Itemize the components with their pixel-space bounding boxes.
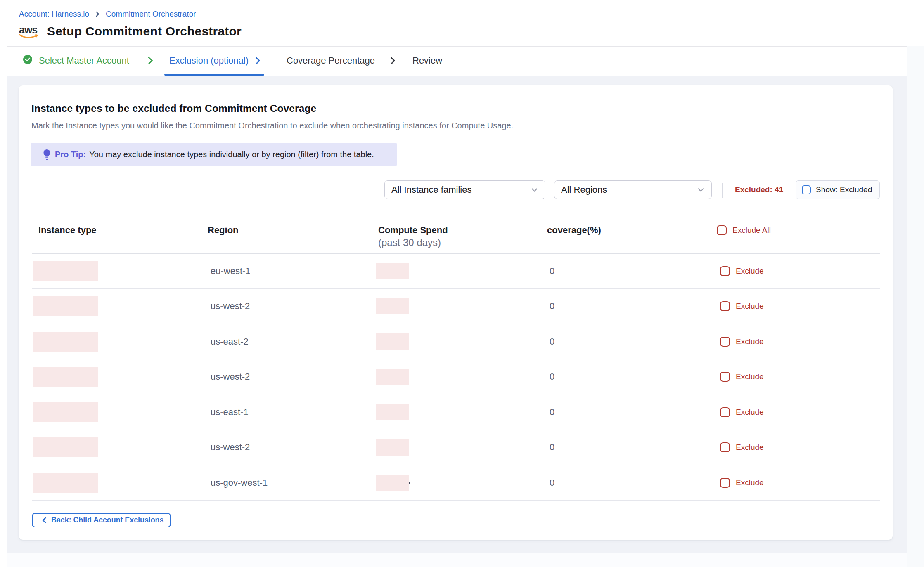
row-exclude-checkbox[interactable] (720, 301, 730, 311)
region-cell: us-east-1 (211, 395, 249, 430)
regions-value: All Regions (561, 184, 607, 195)
step-chevron-3-icon (389, 57, 397, 65)
regions-dropdown[interactable]: All Regions (554, 180, 712, 199)
show-excluded-checkbox[interactable] (802, 185, 811, 194)
chevron-down-icon (531, 187, 538, 194)
coverage-cell: 0 (550, 430, 554, 465)
excluded-count: Excluded: 41 (735, 180, 783, 199)
breadcrumb: Account: Harness.io Commitment Orchestra… (19, 9, 196, 19)
exclude-all-control[interactable]: Exclude All (717, 225, 771, 235)
instance-type-redacted-value (33, 332, 98, 352)
svg-text:aws: aws (19, 24, 37, 35)
coverage-cell: 0 (550, 395, 554, 430)
bottom-strip (7, 553, 907, 567)
row-exclude-checkbox[interactable] (720, 478, 730, 488)
row-exclude-label: Exclude (736, 267, 764, 276)
row-exclude-checkbox[interactable] (720, 372, 730, 382)
compute-spend-redacted-value (376, 439, 409, 456)
row-exclude-label: Exclude (736, 302, 764, 311)
card-subtext: Mark the Instance types you would like t… (31, 121, 513, 130)
row-exclude-checkbox[interactable] (720, 266, 730, 276)
card-heading: Instance types to be excluded from Commi… (31, 103, 316, 114)
protip-label: Pro Tip: (55, 150, 86, 159)
row-exclude-checkbox[interactable] (720, 407, 730, 417)
breadcrumb-commitment-orchestrator-link[interactable]: Commitment Orchestrator (106, 9, 196, 19)
instance-families-value: All Instance families (391, 184, 471, 195)
coverage-cell: 0 (550, 359, 554, 395)
instance-type-redacted-value (33, 367, 98, 387)
row-exclude-control[interactable]: Exclude (720, 359, 764, 395)
step-select-master-account[interactable]: Select Master Account (39, 47, 129, 74)
breadcrumb-separator-icon (95, 11, 100, 17)
protip-text: You may exclude instance types individua… (89, 150, 374, 159)
coverage-cell: 0 (550, 324, 554, 359)
step-chevron-1-icon (146, 57, 154, 65)
row-exclude-control[interactable]: Exclude (720, 430, 764, 465)
compute-spend-redacted-value (376, 475, 409, 491)
row-exclude-checkbox[interactable] (720, 442, 730, 452)
compute-spend-redacted-value (376, 333, 409, 350)
back-button-label: Back: Child Account Exclusions (51, 516, 163, 524)
coverage-cell: 0 (550, 465, 554, 501)
coverage-cell: 0 (550, 254, 554, 289)
row-exclude-label: Exclude (736, 408, 764, 417)
filter-divider (722, 183, 723, 198)
region-cell: us-west-2 (211, 289, 250, 324)
exclusion-card: Instance types to be excluded from Commi… (19, 85, 893, 540)
row-exclude-label: Exclude (736, 478, 764, 487)
back-button[interactable]: Back: Child Account Exclusions (32, 513, 171, 527)
aws-logo-icon: aws (19, 24, 39, 39)
compute-spend-redacted-value (376, 404, 409, 420)
row-exclude-control[interactable]: Exclude (720, 324, 764, 359)
region-cell: eu-west-1 (211, 254, 251, 289)
table-row: us-east-10Exclude (32, 395, 880, 430)
row-exclude-label: Exclude (736, 443, 764, 452)
region-cell: us-gov-west-1 (211, 465, 268, 501)
row-exclude-control[interactable]: Exclude (720, 395, 764, 430)
table-row: us-west-20Exclude (32, 289, 880, 324)
step-coverage-percentage[interactable]: Coverage Percentage (287, 47, 375, 74)
lightbulb-icon (43, 149, 51, 160)
breadcrumb-account-link[interactable]: Account: Harness.io (19, 9, 89, 19)
column-header-compute-spend-sub: (past 30 days) (378, 237, 441, 248)
instance-type-redacted-value (33, 296, 98, 316)
table-row: us-east-20Exclude (32, 324, 880, 360)
compute-spend-redacted-value (376, 369, 409, 385)
row-exclude-label: Exclude (736, 372, 764, 381)
step-completed-check-icon (23, 55, 32, 64)
row-exclude-control[interactable]: Exclude (720, 465, 764, 501)
scrollbar-gutter[interactable] (907, 46, 924, 567)
exclude-all-label: Exclude All (732, 226, 771, 235)
step-exclusion-optional[interactable]: Exclusion (optional) (169, 47, 249, 74)
instance-type-redacted-value (33, 261, 98, 281)
protip-banner: Pro Tip: You may exclude instance types … (31, 143, 397, 166)
page: Account: Harness.io Commitment Orchestra… (0, 0, 924, 567)
instance-type-redacted-value (33, 473, 98, 493)
chevron-down-icon (697, 187, 704, 194)
step-review[interactable]: Review (412, 47, 442, 74)
table-row: us-west-20Exclude (32, 359, 880, 395)
stepper: Select Master Account Exclusion (optiona… (7, 47, 907, 76)
table-body: eu-west-10Excludeus-west-20Excludeus-eas… (32, 254, 880, 501)
instance-type-redacted-value (33, 402, 98, 422)
show-excluded-button[interactable]: Show: Excluded (796, 180, 880, 199)
compute-spend-redacted-value (376, 298, 409, 314)
instance-families-dropdown[interactable]: All Instance families (384, 180, 545, 199)
compute-spend-redacted-value (376, 263, 409, 279)
table-row: us-gov-west-10Exclude (32, 465, 880, 501)
step-chevron-2-icon (254, 57, 262, 65)
column-header-coverage: coverage(%) (547, 225, 601, 236)
redaction-artifact (409, 482, 410, 484)
column-header-region: Region (208, 225, 239, 236)
column-header-compute-spend: Compute Spend (378, 225, 448, 236)
row-exclude-control[interactable]: Exclude (720, 289, 764, 324)
instance-type-redacted-value (33, 437, 98, 457)
row-exclude-control[interactable]: Exclude (720, 254, 764, 289)
row-exclude-checkbox[interactable] (720, 337, 730, 347)
title-row: aws Setup Commitment Orchestrator (19, 23, 242, 40)
exclude-all-checkbox[interactable] (717, 225, 727, 235)
show-excluded-label: Show: Excluded (816, 185, 872, 194)
table-row: eu-west-10Exclude (32, 254, 880, 289)
region-cell: us-west-2 (211, 430, 250, 465)
chevron-left-icon (41, 517, 47, 523)
